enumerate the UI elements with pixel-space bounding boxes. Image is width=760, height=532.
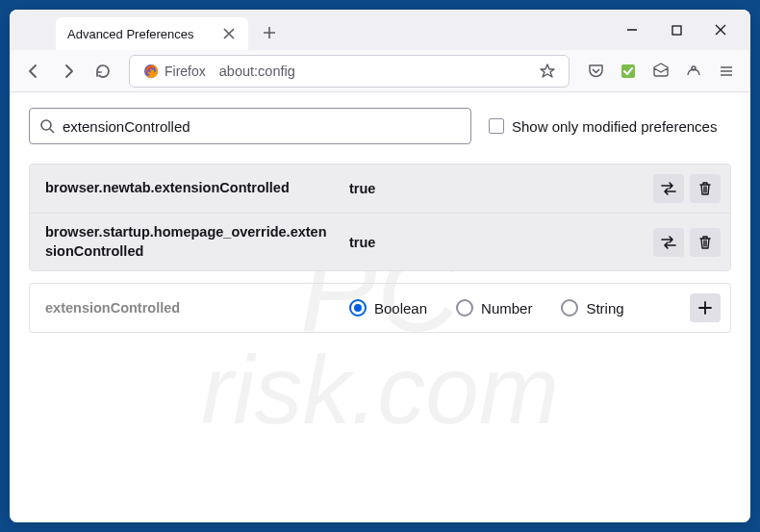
browser-tab[interactable]: Advanced Preferences [56,17,248,50]
bookmark-star-icon[interactable] [534,58,561,85]
pref-row: browser.newtab.extensionControlled true [30,165,730,214]
pref-name: browser.newtab.extensionControlled [45,179,334,198]
svg-rect-0 [672,26,681,35]
firefox-logo-icon [143,63,159,79]
radio-number[interactable]: Number [456,299,532,317]
minimize-button[interactable] [610,10,654,50]
add-pref-row: extensionControlled Boolean Number Strin… [29,283,731,333]
pocket-button[interactable] [579,55,612,88]
checkbox-label: Show only modified preferences [512,118,717,135]
app-menu-button[interactable] [710,55,743,88]
inbox-button[interactable] [645,55,677,88]
back-button[interactable] [17,55,50,88]
checkbox-icon [489,118,504,134]
close-tab-button[interactable] [221,26,237,41]
search-row: Show only modified preferences [10,92,750,156]
toggle-button[interactable] [653,228,684,257]
new-tab-button[interactable] [254,17,285,48]
delete-button[interactable] [690,228,721,257]
pref-search-box[interactable] [29,108,471,144]
identity-label: Firefox [165,63,206,79]
search-icon [39,118,55,134]
url-text: about:config [219,63,295,79]
pref-value: true [342,235,646,250]
radio-icon [561,299,578,317]
add-pref-name: extensionControlled [45,300,334,316]
extension-button[interactable] [612,55,645,88]
pref-table: browser.newtab.extensionControlled true … [29,164,731,271]
tab-title: Advanced Preferences [67,27,212,41]
close-window-button[interactable] [698,10,743,50]
add-button[interactable] [690,293,721,322]
type-radio-group: Boolean Number String [349,299,674,317]
modified-only-checkbox[interactable]: Show only modified preferences [489,118,717,135]
navigation-toolbar: Firefox about:config [10,50,750,92]
radio-boolean[interactable]: Boolean [349,299,427,317]
pref-value: true [342,181,646,196]
pref-row: browser.startup.homepage_override.extens… [30,214,730,270]
pref-search-input[interactable] [63,118,461,135]
svg-point-4 [41,120,51,130]
radio-string[interactable]: String [561,299,623,317]
pref-name: browser.startup.homepage_override.extens… [45,223,334,261]
identity-box[interactable]: Firefox [138,62,212,81]
url-bar[interactable]: Firefox about:config [129,55,570,88]
window-controls [610,10,743,50]
delete-button[interactable] [690,174,721,203]
titlebar: Advanced Preferences [10,10,750,50]
radio-icon [456,299,473,317]
svg-point-3 [692,66,696,70]
forward-button[interactable] [52,55,85,88]
radio-icon [349,299,367,317]
page-content: PC risk.com Show only modified preferenc… [10,92,750,522]
browser-window: Advanced Preferences [10,10,750,522]
reload-button[interactable] [87,55,119,88]
maximize-button[interactable] [654,10,698,50]
account-button[interactable] [677,55,710,88]
toggle-button[interactable] [653,174,684,203]
